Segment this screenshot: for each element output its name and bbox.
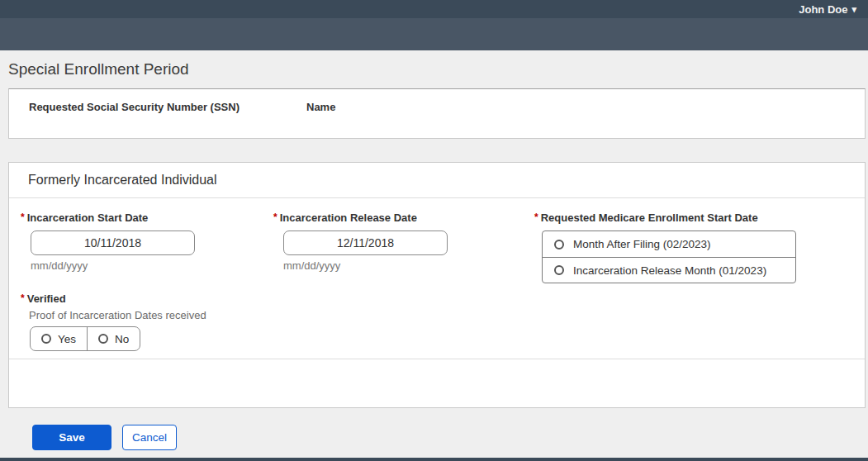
start-date-input[interactable] <box>31 230 195 255</box>
divider <box>9 197 865 198</box>
cancel-button[interactable]: Cancel <box>122 425 177 450</box>
enrollment-option-month-after-filing[interactable]: Month After Filing (02/2023) <box>543 231 795 257</box>
verified-group: *Verified Proof of Incarceration Dates r… <box>21 291 206 351</box>
save-button[interactable]: Save <box>32 425 111 450</box>
name-label: Name <box>306 101 335 113</box>
verified-yes-label: Yes <box>58 333 76 345</box>
verified-option-no[interactable]: No <box>87 327 140 350</box>
radio-button-icon[interactable] <box>98 334 108 344</box>
required-asterisk: * <box>534 211 538 223</box>
verified-sublabel: Proof of Incarceration Dates received <box>29 309 206 321</box>
enrollment-start-group: *Requested Medicare Enrollment Start Dat… <box>534 210 796 283</box>
enrollment-start-label: *Requested Medicare Enrollment Start Dat… <box>534 211 758 224</box>
radio-button-icon[interactable] <box>41 334 51 344</box>
top-navbar: John Doe ▾ <box>0 0 868 18</box>
section-title: Formerly Incarcerated Individual <box>28 173 217 188</box>
start-date-group: *Incarceration Start Date mm/dd/yyyy <box>21 210 195 272</box>
verified-segmented-control: Yes No <box>30 326 140 351</box>
caret-down-icon: ▾ <box>851 4 856 14</box>
ssn-label: Requested Social Security Number (SSN) <box>29 101 240 113</box>
bottom-bar <box>0 458 868 461</box>
enrollment-option-label: Incarceration Release Month (01/2023) <box>573 264 766 277</box>
enrollment-option-label: Month After Filing (02/2023) <box>573 238 711 250</box>
page-title: Special Enrollment Period <box>8 60 189 78</box>
enrollment-option-release-month[interactable]: Incarceration Release Month (01/2023) <box>543 257 795 283</box>
start-date-hint: mm/dd/yyyy <box>31 259 195 272</box>
sub-navbar <box>0 18 868 50</box>
required-asterisk: * <box>273 211 277 223</box>
user-menu-label: John Doe <box>799 3 847 16</box>
release-date-input[interactable] <box>283 230 448 255</box>
start-date-label: *Incarceration Start Date <box>21 211 148 224</box>
release-date-label: *Incarceration Release Date <box>273 211 417 224</box>
user-menu[interactable]: John Doe ▾ <box>799 0 856 18</box>
release-date-hint: mm/dd/yyyy <box>283 259 448 272</box>
release-date-group: *Incarceration Release Date mm/dd/yyyy <box>273 210 448 272</box>
required-asterisk: * <box>21 292 25 304</box>
verified-label: *Verified <box>21 292 66 305</box>
verified-option-yes[interactable]: Yes <box>31 327 87 350</box>
summary-card: Requested Social Security Number (SSN) N… <box>8 88 866 139</box>
verified-no-label: No <box>115 333 129 345</box>
radio-button-icon[interactable] <box>554 240 564 250</box>
radio-button-icon[interactable] <box>554 265 564 275</box>
divider <box>9 359 865 359</box>
formerly-incarcerated-card: Formerly Incarcerated Individual *Incarc… <box>8 162 866 408</box>
enrollment-option-list: Month After Filing (02/2023) Incarcerati… <box>542 230 796 283</box>
required-asterisk: * <box>21 211 25 223</box>
